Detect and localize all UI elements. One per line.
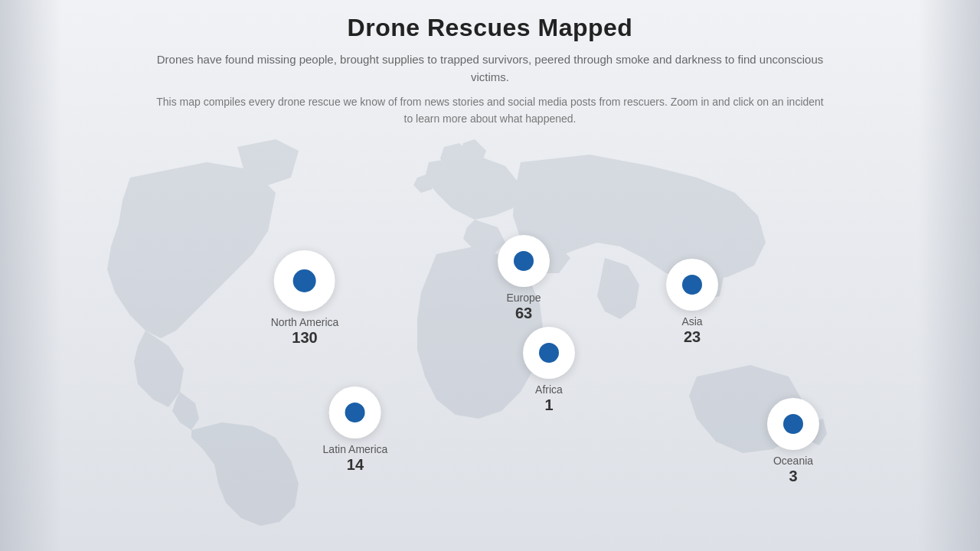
region-count-oceania: 3 [789,467,797,485]
region-count-latin-america: 14 [347,455,364,474]
description: This map compiles every drone rescue we … [153,93,827,128]
region-marker-latin-america[interactable]: Latin America 14 [323,386,388,474]
subtitle: Drones have found missing people, brough… [153,51,827,86]
region-marker-oceania[interactable]: Oceania 3 [767,398,819,485]
header: Drone Rescues Mapped Drones have found m… [0,0,980,128]
page-wrapper: Drone Rescues Mapped Drones have found m… [0,0,980,551]
marker-circle-europe [498,235,550,287]
region-marker-europe[interactable]: Europe 63 [498,235,550,322]
region-name-oceania: Oceania [773,455,813,467]
region-name-africa: Africa [535,383,563,396]
region-marker-asia[interactable]: Asia 23 [666,259,718,346]
region-marker-africa[interactable]: Africa 1 [523,327,575,414]
marker-dot-africa [539,343,559,363]
map-container: North America 130 Latin America 14 Europ… [69,132,911,530]
region-count-europe: 63 [515,304,532,322]
region-name-asia: Asia [681,315,702,328]
region-count-asia: 23 [684,328,701,346]
marker-dot-north-america [293,269,316,292]
region-name-latin-america: Latin America [323,443,388,455]
region-name-europe: Europe [506,292,541,304]
region-count-north-america: 130 [292,328,317,347]
marker-dot-asia [682,275,702,295]
region-marker-north-america[interactable]: North America 130 [271,250,339,347]
marker-circle-oceania [767,398,819,450]
page-title: Drone Rescues Mapped [153,14,827,42]
marker-circle-latin-america [329,386,381,439]
marker-circle-africa [523,327,575,379]
marker-dot-latin-america [345,403,365,422]
region-name-north-america: North America [271,316,339,328]
marker-circle-north-america [274,250,335,311]
marker-dot-europe [514,251,534,271]
marker-dot-oceania [783,414,803,434]
marker-circle-asia [666,259,718,311]
region-count-africa: 1 [544,396,553,414]
